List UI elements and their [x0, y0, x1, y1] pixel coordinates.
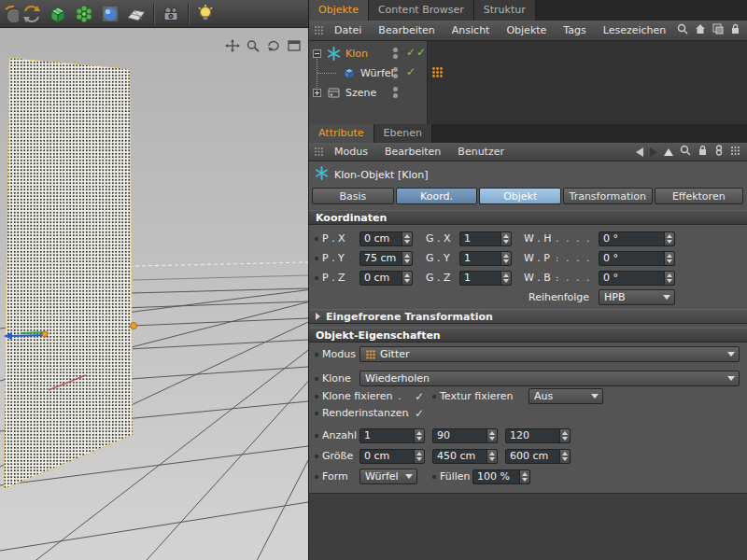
- menu-bearbeiten[interactable]: Bearbeiten: [370, 24, 443, 36]
- klone-dropdown[interactable]: Wiederholen: [359, 371, 740, 386]
- tab-effektoren[interactable]: Effektoren: [655, 188, 743, 204]
- form-dropdown[interactable]: Würfel: [359, 469, 417, 484]
- metaball-icon[interactable]: [97, 2, 123, 26]
- anzahl-y-input[interactable]: 90: [432, 428, 498, 443]
- selection-tool-icon[interactable]: [0, 2, 19, 26]
- stepper-icon[interactable]: [486, 429, 497, 442]
- stepper-icon[interactable]: [664, 232, 674, 245]
- history-forward-icon[interactable]: [650, 147, 657, 157]
- px-input[interactable]: 0 cm: [359, 231, 413, 246]
- menu-objekte[interactable]: Objekte: [498, 24, 555, 36]
- pan-icon[interactable]: [224, 38, 241, 52]
- renderinstanzen-checkbox[interactable]: ✓: [415, 405, 424, 422]
- rotate-arrows-icon[interactable]: [19, 2, 45, 26]
- stepper-icon[interactable]: [414, 450, 424, 463]
- light-icon[interactable]: [192, 2, 218, 26]
- anzahl-x-input[interactable]: 1: [359, 428, 425, 443]
- enable-check[interactable]: ✓: [406, 65, 416, 78]
- menu-ansicht[interactable]: Ansicht: [444, 24, 499, 36]
- cloner-object-icon[interactable]: [327, 47, 341, 61]
- history-back-icon[interactable]: [636, 147, 643, 157]
- stepper-icon[interactable]: [559, 450, 570, 463]
- pz-input[interactable]: 0 cm: [359, 271, 413, 286]
- tab-basis[interactable]: Basis: [312, 188, 394, 204]
- wh-input[interactable]: 0 °: [599, 231, 675, 246]
- frozen-transformation-group[interactable]: Eingefrorene Transformation: [309, 309, 747, 324]
- home-icon[interactable]: [695, 23, 706, 37]
- menu-datei[interactable]: Datei: [326, 24, 370, 36]
- plane-object-icon[interactable]: [123, 2, 149, 26]
- textur-fixieren-dropdown[interactable]: Aus: [529, 388, 603, 404]
- stepper-icon[interactable]: [402, 232, 412, 245]
- scene-object-icon[interactable]: [327, 86, 341, 100]
- stepper-icon[interactable]: [664, 272, 674, 285]
- wb-input[interactable]: 0 °: [599, 271, 675, 286]
- link-icon[interactable]: [714, 145, 724, 159]
- tab-koord[interactable]: Koord.: [396, 188, 478, 204]
- stepper-icon[interactable]: [664, 252, 674, 265]
- array-object-icon[interactable]: [71, 2, 97, 26]
- zoom-icon[interactable]: [245, 38, 261, 52]
- lock-icon[interactable]: [730, 23, 740, 37]
- menu-lesezeichen[interactable]: Lesezeichen: [595, 24, 675, 36]
- cube-object-icon[interactable]: [342, 66, 356, 80]
- stepper-icon[interactable]: [559, 429, 570, 442]
- panel-grip-icon[interactable]: [314, 25, 324, 35]
- tab-ebenen[interactable]: Ebenen: [374, 124, 432, 143]
- visibility-dots[interactable]: [393, 67, 398, 78]
- collapse-icon[interactable]: [313, 49, 321, 58]
- order-dropdown[interactable]: HPB: [599, 289, 675, 305]
- gx-input[interactable]: 1: [459, 231, 512, 246]
- klone-fixieren-checkbox[interactable]: ✓: [415, 388, 424, 405]
- visibility-dots[interactable]: [393, 87, 398, 98]
- tree-row-szene[interactable]: Szene: [309, 83, 747, 102]
- camera-icon[interactable]: [158, 2, 184, 26]
- gz-input[interactable]: 1: [459, 271, 512, 286]
- groesse-y-input[interactable]: 450 cm: [432, 449, 498, 464]
- groesse-z-input[interactable]: 600 cm: [505, 449, 571, 464]
- viewport[interactable]: [0, 28, 308, 560]
- menu-benutzer[interactable]: Benutzer: [449, 146, 513, 158]
- stepper-icon[interactable]: [486, 450, 497, 463]
- search-icon[interactable]: [677, 23, 688, 37]
- subdivision-cube-icon[interactable]: [45, 2, 71, 26]
- enable-check[interactable]: ✓: [416, 46, 426, 59]
- expand-icon[interactable]: [313, 89, 321, 97]
- tree-row-klon[interactable]: Klon ✓ ✓: [309, 44, 747, 63]
- tab-content-browser[interactable]: Content Browser: [369, 0, 474, 21]
- visibility-dots[interactable]: [393, 48, 398, 59]
- stepper-icon[interactable]: [500, 272, 511, 285]
- stepper-icon[interactable]: [402, 252, 412, 265]
- panel-grip-icon[interactable]: [314, 147, 324, 157]
- stepper-icon[interactable]: [414, 429, 424, 442]
- menu-tags[interactable]: Tags: [555, 24, 594, 36]
- tree-row-wuerfel[interactable]: Würfel ✓: [309, 63, 747, 82]
- tab-objekt[interactable]: Objekt: [479, 188, 561, 204]
- stepper-icon[interactable]: [500, 232, 511, 245]
- groesse-x-input[interactable]: 0 cm: [359, 449, 425, 464]
- rotate-view-icon[interactable]: [265, 38, 282, 52]
- lock-icon[interactable]: [698, 145, 708, 159]
- search-icon[interactable]: [680, 145, 691, 159]
- object-label-szene[interactable]: Szene: [345, 87, 376, 99]
- menu-modus[interactable]: Modus: [326, 146, 376, 158]
- matrix-tag-icon[interactable]: [431, 66, 444, 78]
- fuellen-input[interactable]: 100 %: [472, 469, 530, 484]
- stepper-icon[interactable]: [519, 470, 529, 483]
- maximize-view-icon[interactable]: [286, 38, 303, 52]
- py-input[interactable]: 75 cm: [359, 251, 413, 266]
- anzahl-z-input[interactable]: 120: [505, 428, 571, 443]
- window-icon[interactable]: [712, 23, 724, 37]
- tab-attribute[interactable]: Attribute: [309, 124, 374, 143]
- modus-dropdown[interactable]: Gitter: [359, 346, 740, 362]
- gy-input[interactable]: 1: [459, 251, 512, 266]
- settings-grid-icon[interactable]: [730, 146, 740, 159]
- menu-bearbeiten[interactable]: Bearbeiten: [376, 146, 449, 158]
- parent-up-icon[interactable]: [664, 148, 673, 156]
- wp-input[interactable]: 0 °: [599, 251, 675, 266]
- object-label-klon[interactable]: Klon: [345, 48, 368, 60]
- stepper-icon[interactable]: [402, 272, 412, 285]
- tab-transformation[interactable]: Transformation: [563, 188, 652, 204]
- tab-struktur[interactable]: Struktur: [474, 0, 536, 21]
- tab-objekte[interactable]: Objekte: [309, 0, 369, 21]
